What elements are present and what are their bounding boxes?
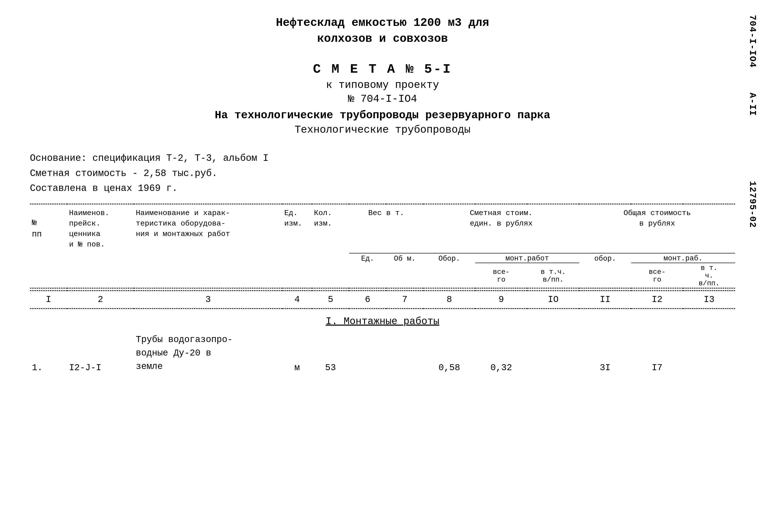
row1-col13 xyxy=(683,331,735,377)
table-sub-sub-header-row: все-го в т.ч.в/пп. все-го в т.ч.в/пп. xyxy=(30,263,735,288)
ssub-col6 xyxy=(349,263,386,288)
row1-col3-line3: земле xyxy=(136,362,163,372)
row1-col7 xyxy=(386,331,423,377)
col-header-6-7: Вес в т. xyxy=(349,204,423,253)
header-section: Нефтесклад емкостью 1200 м3 для колхозов… xyxy=(30,15,735,136)
col-header-3: Наименование и харак-теристика оборудова… xyxy=(134,204,282,253)
row1-col3-line2: водные Ду-20 в xyxy=(136,348,211,358)
row1-col5: 53 xyxy=(312,331,349,377)
sub-col8: Обор. xyxy=(423,253,475,263)
ssub-col3 xyxy=(134,263,282,288)
smeta-desc: На технологические трубопроводы резервуа… xyxy=(30,109,735,122)
ssub-col1 xyxy=(30,263,67,288)
smeta-type: Технологические трубопроводы xyxy=(30,124,735,136)
col-header-2: Наименов.прейск.ценникаи № пов. xyxy=(67,204,134,253)
divider-row-1 xyxy=(30,288,735,291)
table-header-row1: №пп Наименов.прейск.ценникаи № пов. Наим… xyxy=(30,204,735,253)
row1-col10 xyxy=(527,331,579,377)
sub-col3 xyxy=(134,253,282,263)
ssub-col4 xyxy=(282,263,312,288)
ssub-col5 xyxy=(312,263,349,288)
ssub-col9: все-го xyxy=(475,263,527,288)
row1-col1: 1. xyxy=(30,331,67,377)
col-num-10: IO xyxy=(527,291,579,309)
col-header-8-10: Сметная стоим.един. в рублях xyxy=(423,204,579,253)
main-table: №пп Наименов.прейск.ценникаи № пов. Наим… xyxy=(30,204,735,377)
col-header-5: Кол.изм. xyxy=(312,204,349,253)
ssub-col2 xyxy=(67,263,134,288)
smeta-title: С М Е Т А № 5-I xyxy=(30,62,735,77)
ssub-col13: в т.ч.в/пп. xyxy=(683,263,735,288)
col-num-5: 5 xyxy=(312,291,349,309)
side-label-bottom: 12795-02 xyxy=(747,181,758,228)
ssub-col10: в т.ч.в/пп. xyxy=(527,263,579,288)
info-line1: Основание: спецификация Т-2, Т-3, альбом… xyxy=(30,151,735,166)
col-header-1: №пп xyxy=(30,204,67,253)
row1-col11: 3I xyxy=(579,331,631,377)
row1-col12: I7 xyxy=(631,331,683,377)
smeta-k: к типовому проекту xyxy=(30,79,735,91)
main-title-line1: Нефтесклад емкостью 1200 м3 для xyxy=(30,15,735,31)
sub-col9-10: монт.работ xyxy=(475,253,579,263)
col-num-1: I xyxy=(30,291,67,309)
row1-col3: Трубы водогазопро- водные Ду-20 в земле xyxy=(134,331,282,377)
column-number-row: I 2 3 4 5 6 7 8 9 IO II I2 I3 xyxy=(30,291,735,309)
sub-col1 xyxy=(30,253,67,263)
row1-col8: 0,58 xyxy=(423,331,475,377)
section-header-row: I. Монтажные работы xyxy=(30,309,735,331)
col-num-4: 4 xyxy=(282,291,312,309)
info-section: Основание: спецификация Т-2, Т-3, альбом… xyxy=(30,151,735,196)
ssub-col8 xyxy=(423,263,475,288)
sub-col12-13: монт.раб. xyxy=(631,253,735,263)
main-title-line2: колхозов и совхозов xyxy=(30,31,735,47)
page-container: 704-I-IO4 A-II 12795-02 Нефтесклад емкос… xyxy=(0,0,765,532)
sub-col6: Ед. xyxy=(349,253,386,263)
row1-col3-line1: Трубы водогазопро- xyxy=(136,335,233,345)
col-num-3: 3 xyxy=(134,291,282,309)
main-title: Нефтесклад емкостью 1200 м3 для колхозов… xyxy=(30,15,735,47)
row1-col6 xyxy=(349,331,386,377)
col-num-2: 2 xyxy=(67,291,134,309)
side-labels: 704-I-IO4 A-II 12795-02 xyxy=(747,0,758,532)
row1-col9: 0,32 xyxy=(475,331,527,377)
sub-col5 xyxy=(312,253,349,263)
sub-col2 xyxy=(67,253,134,263)
ssub-col7 xyxy=(386,263,423,288)
side-label-top: 704-I-IO4 xyxy=(747,15,758,68)
sub-col4 xyxy=(282,253,312,263)
sub-col7: Об м. xyxy=(386,253,423,263)
info-line3: Составлена в ценах 1969 г. xyxy=(30,181,735,196)
table-row-1: 1. I2-J-I Трубы водогазопро- водные Ду-2… xyxy=(30,331,735,377)
section-header-text: I. Монтажные работы xyxy=(326,316,439,327)
col-header-4: Ед.изм. xyxy=(282,204,312,253)
smeta-num: № 704-I-IO4 xyxy=(30,93,735,105)
row1-col2: I2-J-I xyxy=(67,331,134,377)
ssub-col11 xyxy=(579,263,631,288)
col-num-11: II xyxy=(579,291,631,309)
table-sub-header-row: Ед. Об м. Обор. монт.работ обор. монт.ра… xyxy=(30,253,735,263)
col-num-12: I2 xyxy=(631,291,683,309)
col-num-6: 6 xyxy=(349,291,386,309)
col-header-11-13: Общая стоимостьв рублях xyxy=(579,204,735,253)
info-line2: Сметная стоимость - 2,58 тыс.руб. xyxy=(30,166,735,181)
side-label-top2: A-II xyxy=(747,93,758,116)
col1-label: №пп xyxy=(32,218,42,239)
row1-col4: м xyxy=(282,331,312,377)
col-num-9: 9 xyxy=(475,291,527,309)
col-num-13: I3 xyxy=(683,291,735,309)
col-num-8: 8 xyxy=(423,291,475,309)
section-header-cell: I. Монтажные работы xyxy=(30,309,735,331)
ssub-col12: все-го xyxy=(631,263,683,288)
sub-col11: обор. xyxy=(579,253,631,263)
col-num-7: 7 xyxy=(386,291,423,309)
